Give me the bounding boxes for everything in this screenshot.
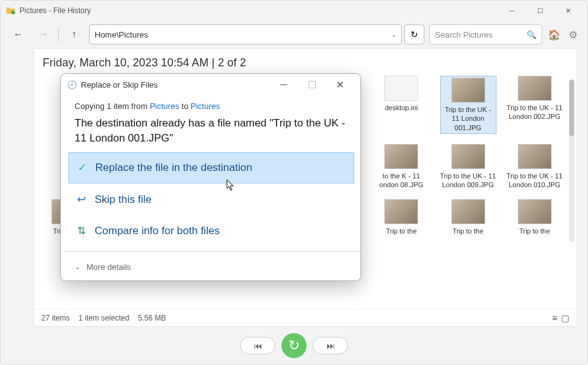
file-thumbnail [518, 199, 552, 224]
forward-button[interactable]: → [33, 24, 53, 44]
file-name: Trip to the [386, 227, 417, 235]
file-name: Trip to the UK - 11 London 001.JPG [442, 105, 495, 132]
scrollbar[interactable] [569, 80, 574, 242]
dialog-body: Copying 1 item from Pictures to Pictures… [61, 95, 360, 254]
dialog-maximize-button[interactable]: ☐ [298, 75, 326, 94]
file-name: Trip to the [453, 227, 483, 235]
replace-option[interactable]: ✓ Replace the file in the destination [68, 152, 354, 183]
file-tile-desktop-ini[interactable]: desktop.ini [373, 76, 429, 134]
search-input[interactable]: Search Pictures 🔍 [429, 24, 542, 44]
nav-toolbar: ← → ↑ Home\Pictures ⌄ ↻ Search Pictures … [1, 21, 587, 48]
scrollbar-thumb[interactable] [569, 80, 574, 136]
svg-point-0 [11, 11, 15, 14]
breadcrumb-text: Home\Pictures [95, 30, 148, 39]
conflict-message: The destination already has a file named… [75, 116, 348, 146]
file-icon [384, 76, 418, 101]
minimize-button[interactable]: ─ [498, 1, 526, 20]
restore-button[interactable]: ↻ [281, 333, 307, 358]
file-thumbnail [451, 78, 485, 103]
chevron-down-icon[interactable]: ⌄ [391, 31, 396, 38]
titlebar: Pictures - File History ─ ☐ ✕ [1, 1, 587, 21]
previous-version-button[interactable]: ⏮ [240, 337, 275, 354]
file-name: Trip to the UK - 11 London 009.JPG [440, 172, 496, 190]
clock-icon: 🕘 [67, 80, 77, 90]
file-tile-008[interactable]: to the K - 11 ondon 08.JPG [373, 144, 429, 190]
source-link[interactable]: Pictures [150, 101, 179, 111]
file-thumbnail [384, 199, 418, 224]
file-tile-009[interactable]: Trip to the UK - 11 London 009.JPG [440, 144, 496, 190]
file-thumbnail [384, 144, 418, 169]
compare-icon: ⇅ [76, 225, 87, 237]
file-tile[interactable]: Trip to the [507, 199, 563, 235]
thumbnails-view-button[interactable]: ▢ [561, 313, 569, 323]
file-tile[interactable]: Trip to the [373, 199, 429, 235]
search-icon[interactable]: 🔍 [527, 30, 537, 39]
status-size: 5.56 MB [138, 314, 166, 322]
more-details-toggle[interactable]: ⌄ More details [61, 254, 360, 280]
folder-icon [6, 6, 16, 16]
copying-mid: to [179, 101, 191, 111]
nav-divider [58, 27, 59, 42]
next-version-button[interactable]: ⏭ [313, 337, 348, 354]
file-thumbnail [451, 144, 485, 169]
status-bar: 27 items 1 item selected 5.56 MB ≡ ▢ [34, 309, 577, 326]
compare-label: Compare info for both files [95, 225, 219, 237]
status-count: 27 items [41, 314, 70, 322]
check-icon: ✓ [76, 162, 88, 173]
divider [62, 251, 360, 252]
window-title: Pictures - File History [19, 6, 498, 15]
file-name: to the K - 11 ondon 08.JPG [373, 172, 429, 190]
destination-link[interactable]: Pictures [191, 101, 220, 111]
dialog-title: Replace or Skip Files [81, 80, 270, 90]
gear-icon[interactable]: ⚙ [566, 28, 580, 41]
history-header: Friday, March 10, 2023 10:54 AM | 2 of 2 [34, 49, 577, 73]
file-tile-001[interactable]: Trip to the UK - 11 London 001.JPG [440, 76, 496, 134]
file-name: desktop.ini [385, 103, 418, 112]
breadcrumb[interactable]: Home\Pictures ⌄ [89, 24, 402, 44]
maximize-button[interactable]: ☐ [526, 1, 554, 20]
left-rail [1, 48, 23, 327]
search-placeholder: Search Pictures [435, 30, 493, 39]
back-button[interactable]: ← [8, 24, 28, 44]
file-thumbnail [451, 199, 485, 224]
copying-prefix: Copying 1 item from [75, 101, 150, 111]
file-name: Trip to the [519, 227, 550, 235]
history-controls: ⏮ ↻ ⏭ [1, 332, 587, 359]
status-selection: 1 item selected [78, 314, 129, 322]
dialog-titlebar: 🕘 Replace or Skip Files ─ ☐ ✕ [61, 74, 360, 95]
file-tile-002[interactable]: Trip to the UK - 11 London 002.JPG [507, 76, 563, 134]
replace-or-skip-dialog: 🕘 Replace or Skip Files ─ ☐ ✕ Copying 1 … [60, 73, 361, 281]
undo-icon: ↩ [76, 194, 87, 205]
file-tile-010[interactable]: Trip to the UK - 11 London 010.JPG [507, 144, 563, 190]
details-view-button[interactable]: ≡ [552, 313, 557, 323]
chevron-down-icon: ⌄ [75, 263, 80, 271]
refresh-button[interactable]: ↻ [404, 24, 424, 44]
dialog-minimize-button[interactable]: ─ [270, 75, 298, 94]
file-thumbnail [518, 76, 552, 101]
file-name: Trip to the UK - 11 London 002.JPG [507, 103, 563, 121]
dialog-close-button[interactable]: ✕ [326, 75, 354, 94]
copying-status: Copying 1 item from Pictures to Pictures [75, 101, 348, 111]
more-details-label: More details [87, 262, 131, 272]
up-button[interactable]: ↑ [64, 24, 84, 44]
file-history-window: Pictures - File History ─ ☐ ✕ ← → ↑ Home… [0, 0, 588, 365]
skip-label: Skip this file [95, 193, 152, 206]
replace-label: Replace the file in the destination [95, 162, 252, 174]
close-button[interactable]: ✕ [554, 1, 582, 20]
file-name: Trip to the UK - 11 London 010.JPG [507, 172, 563, 190]
compare-option[interactable]: ⇅ Compare info for both files [68, 216, 354, 246]
file-thumbnail [518, 144, 552, 169]
file-tile[interactable]: Trip to the [440, 199, 496, 235]
home-icon[interactable]: 🏠 [547, 28, 561, 41]
skip-option[interactable]: ↩ Skip this file [68, 185, 354, 215]
